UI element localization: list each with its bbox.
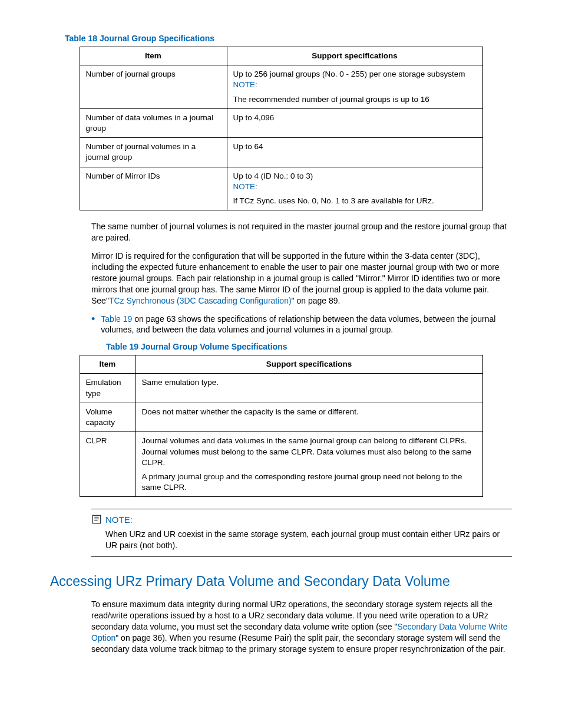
section-heading: Accessing URz Primary Data Volume and Se… xyxy=(50,572,512,591)
table19-r2-spec: Journal volumes and data volumes in the … xyxy=(135,432,482,497)
note-icon xyxy=(91,514,105,551)
note-heading: NOTE: xyxy=(105,514,512,526)
table18-r3-spec: Up to 4 (ID No.: 0 to 3) NOTE: If TCz Sy… xyxy=(227,167,482,210)
page-footer: Hitachi Universal Replicator for z/OS us… xyxy=(50,726,512,728)
table-row: Number of data volumes in a journal grou… xyxy=(80,108,482,137)
table18-r2-item: Number of journal volumes in a journal g… xyxy=(80,138,227,167)
note-label: NOTE: xyxy=(233,182,257,191)
table18-r1-item: Number of data volumes in a journal grou… xyxy=(80,108,227,137)
svg-rect-0 xyxy=(92,516,101,524)
cell-text: If TCz Sync. uses No. 0, No. 1 to 3 are … xyxy=(233,196,477,206)
table18-header-item: Item xyxy=(80,47,227,65)
text: on page 63 shows the specifications of r… xyxy=(101,314,495,335)
table19-r2-item: CLPR xyxy=(80,432,135,497)
bullet-icon: • xyxy=(91,314,101,336)
table18-r3-item: Number of Mirror IDs xyxy=(80,167,227,210)
text: " on page 89. xyxy=(292,296,340,305)
text: " on page 36). When you resume (Resume P… xyxy=(91,633,505,654)
table-row: Volume capacity Does not matter whether … xyxy=(80,403,482,431)
note-label: NOTE: xyxy=(233,80,257,89)
note-block: NOTE: When URz and UR coexist in the sam… xyxy=(91,509,512,557)
table18-caption: Table 18 Journal Group Specifications xyxy=(65,33,512,44)
table-row: Emulation type Same emulation type. xyxy=(80,374,482,403)
table19: Item Support specifications Emulation ty… xyxy=(80,355,483,497)
table19-r0-item: Emulation type xyxy=(80,374,135,403)
bullet-text: Table 19 on page 63 shows the specificat… xyxy=(101,314,512,336)
footer-title: Hitachi Universal Replicator for z/OS us… xyxy=(154,726,482,728)
paragraph: The same number of journal volumes is no… xyxy=(91,221,512,243)
table-row: Number of journal groups Up to 256 journ… xyxy=(80,65,482,109)
cell-text: The recommended number of journal groups… xyxy=(233,94,477,105)
table19-r1-item: Volume capacity xyxy=(80,403,135,431)
paragraph: Mirror ID is required for the configurat… xyxy=(91,251,512,306)
table19-caption: Table 19 Journal Group Volume Specificat… xyxy=(106,341,512,353)
table19-header-spec: Support specifications xyxy=(135,355,482,374)
paragraph: To ensure maximum data integrity during … xyxy=(91,599,512,654)
table18: Item Support specifications Number of jo… xyxy=(80,47,483,210)
table-row: Number of Mirror IDs Up to 4 (ID No.: 0 … xyxy=(80,167,482,210)
table-row: Number of journal volumes in a journal g… xyxy=(80,138,482,167)
table18-r0-item: Number of journal groups xyxy=(80,65,227,109)
note-text: When URz and UR coexist in the same stor… xyxy=(105,529,512,551)
list-item: • Table 19 on page 63 shows the specific… xyxy=(91,314,512,336)
link-tcz-sync[interactable]: TCz Synchronous (3DC Cascading Configura… xyxy=(109,296,292,305)
table19-header-item: Item xyxy=(80,355,135,374)
cell-text: Journal volumes and data volumes in the … xyxy=(142,436,477,468)
table19-r1-spec: Does not matter whether the capacity is … xyxy=(135,403,482,431)
table18-r0-spec: Up to 256 journal groups (No. 0 - 255) p… xyxy=(227,65,482,109)
cell-text: A primary journal group and the correspo… xyxy=(142,472,477,493)
table-row: CLPR Journal volumes and data volumes in… xyxy=(80,432,482,497)
link-table19[interactable]: Table 19 xyxy=(101,314,132,324)
table18-header-spec: Support specifications xyxy=(227,47,482,65)
cell-text: Up to 256 journal groups (No. 0 - 255) p… xyxy=(233,70,465,78)
table19-r0-spec: Same emulation type. xyxy=(135,374,482,403)
page-number: 63 xyxy=(498,726,506,728)
table18-r1-spec: Up to 4,096 xyxy=(227,108,482,137)
table18-r2-spec: Up to 64 xyxy=(227,138,482,167)
cell-text: Up to 4 (ID No.: 0 to 3) xyxy=(233,172,313,180)
